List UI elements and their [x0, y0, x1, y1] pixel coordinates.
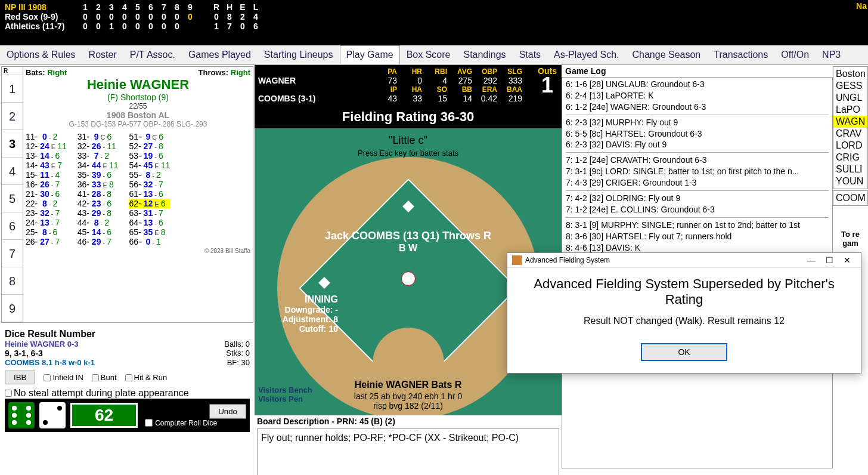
tab-standings[interactable]: Standings [457, 45, 512, 64]
fielding-rating: Fielding Rating 36-30 [255, 106, 562, 128]
log-entry: 7: 1-2 [24e] CRAVATH: Groundout 6-3 [566, 155, 829, 166]
roster-extra[interactable]: COOM [833, 190, 868, 206]
die-1 [8, 402, 35, 428]
bunt-checkbox[interactable]: Bunt [92, 373, 117, 382]
tab-stats[interactable]: Stats [513, 45, 547, 64]
player-name: Heinie WAGNER [26, 77, 250, 92]
log-entry: 7: 4-2 [32] OLDRING: Fly out 9 [566, 193, 829, 204]
tab-starting-lineups[interactable]: Starting Lineups [258, 45, 340, 64]
tab-p-t-assoc-[interactable]: P/T Assoc. [123, 45, 182, 64]
hit-run-checkbox[interactable]: Hit & Run [125, 373, 168, 382]
log-entry: 6: 2-3 [32] DAVIS: Fly out 9 [566, 139, 829, 150]
player-position: (F) Shortstop (9) [26, 92, 250, 102]
roster-item[interactable]: CRAV [833, 128, 867, 140]
batter-stats: Outs 1 PAHRRBIAVGOBPSLG WAGNER7304275292… [255, 65, 562, 106]
board-desc: Fly out; runner holds; PO-RF; *PO-CF (XX… [257, 428, 559, 475]
minimize-button[interactable]: — [802, 255, 820, 265]
log-entry: 7: 3-1 [9c] LORD: SINGLE; batter to 1st;… [566, 166, 829, 177]
ibb-button[interactable]: IBB [5, 371, 35, 384]
board-desc-header: Board Description - PRN: 45 (B) (2) [255, 415, 562, 427]
undo-button[interactable]: Undo [209, 404, 246, 419]
roster-item[interactable]: GESS [833, 80, 867, 92]
roster-list[interactable]: BostonGESSUNGLLaPOWAGNCRAVLORDCRIGSULLIY… [833, 66, 868, 189]
log-entry: 7: 4-3 [29] CRIGER: Groundout 1-3 [566, 177, 829, 189]
dice-panel: Dice Result Number Heinie WAGNER 0-3Ball… [2, 326, 252, 434]
roster-item[interactable]: SULLI [833, 164, 867, 175]
log-entry: 8: 4-6 [13] DAVIS: K [566, 242, 829, 254]
infield-in-checkbox[interactable]: Infield IN [44, 373, 83, 382]
tab-as-played-sch-[interactable]: As-Played Sch. [547, 45, 625, 64]
app-icon [512, 255, 522, 265]
tab-play-game[interactable]: Play Game [340, 45, 400, 64]
roster-item[interactable]: Boston [833, 68, 867, 80]
roster-item[interactable]: CRIG [833, 152, 867, 164]
ok-button[interactable]: OK [641, 343, 727, 361]
no-steal-checkbox[interactable]: No steal attempt during plate appearance [5, 388, 250, 399]
tab-transactions[interactable]: Transactions [707, 45, 774, 64]
player-card: R 123456789 Bats: Right Throws: Right He… [1, 66, 253, 323]
dialog-message: Result NOT changed (Walk). Result remain… [519, 316, 849, 326]
log-entry: 6: 5-5 [8c] HARTSEL: Groundout 6-3 [566, 128, 829, 140]
dice-batter: Heinie WAGNER 0-3 [5, 340, 79, 348]
maximize-button[interactable]: ☐ [820, 255, 838, 265]
log-entry: 7: 1-2 [24e] E. COLLINS: Groundout 6-3 [566, 204, 829, 215]
outs-display: Outs 1 [538, 66, 557, 95]
dialog-advanced-fielding: Advanced Fielding System — ☐ ✕ Advanced … [507, 252, 861, 374]
log-entry: 6: 2-3 [32] MURPHY: Fly out 9 [566, 117, 829, 128]
roster-item[interactable]: LaPO [833, 104, 867, 116]
main-tabs: Options & RulesRosterP/T Assoc.Games Pla… [0, 45, 868, 65]
tab-games-played[interactable]: Games Played [182, 45, 258, 64]
baseball-icon [401, 272, 416, 286]
scoreboard: Na NP III 1908 123456789RHEL Red Sox (9-… [0, 0, 868, 45]
field-pitcher: Jack COOMBS (13 Q1) Throws R [255, 230, 562, 242]
roster-item[interactable]: UNGL [833, 92, 867, 104]
tab-options-rules[interactable]: Options & Rules [0, 45, 82, 64]
log-entry: 8: 3-1 [9] MURPHY: SINGLE; runner on 1st… [566, 220, 829, 231]
nav-hint: Na [856, 1, 867, 11]
roll-number[interactable]: 62 [70, 403, 138, 428]
log-entry: 8: 3-6 [30] HARTSEL: Fly out 7; runners … [566, 231, 829, 242]
tab-np-[interactable]: NP3 [816, 45, 847, 64]
close-button[interactable]: ✕ [838, 255, 856, 265]
roster-item[interactable]: YOUN [833, 175, 867, 187]
tab-roster[interactable]: Roster [82, 45, 123, 64]
roster-item[interactable]: LORD [833, 140, 867, 152]
visitors-bench-link[interactable]: Visitors BenchVisitors Pen [258, 385, 312, 403]
log-entry: 6: 1-6 [28] UNGLAUB: Groundout 6-3 [566, 79, 829, 90]
die-2 [39, 402, 66, 428]
inning-track: R 123456789 [2, 67, 23, 322]
log-entry: 6: 2-4 [13] LaPORTE: K [566, 90, 829, 101]
dialog-heading: Advanced Fielding System Superseded by P… [519, 276, 849, 307]
log-entry: 6: 1-2 [24e] WAGNER: Groundout 6-3 [566, 101, 829, 113]
tab-off-on[interactable]: Off/On [774, 45, 816, 64]
game-title: NP III 1908 [5, 2, 76, 12]
dice-roll-bar: 62 Undo Computer Roll Dice [5, 399, 250, 432]
tab-change-season[interactable]: Change Season [625, 45, 707, 64]
tab-box-score[interactable]: Box Score [400, 45, 457, 64]
roster-item[interactable]: WAGN [833, 116, 867, 128]
cpu-roll-checkbox[interactable]: Computer Roll Dice [145, 419, 217, 427]
dice-pitcher: COOMBS 8.1 h-8 w-0 k-1 [5, 358, 95, 367]
